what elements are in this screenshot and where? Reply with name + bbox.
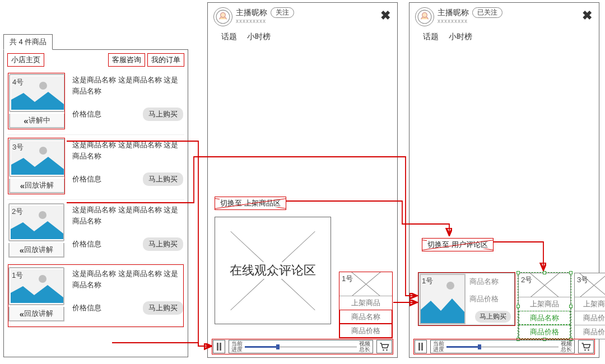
customer-service-button[interactable]: 客服咨询 <box>108 53 145 67</box>
buy-now-button[interactable]: 马上购买 <box>143 108 183 121</box>
product-price: 价格信息 <box>72 239 101 249</box>
live-room-panel-unfollowed: 主播昵称 关注 xxxxxxxxx ✖ 话题 小时榜 切换至 上架商品区 在线观… <box>207 2 398 358</box>
close-icon[interactable]: ✖ <box>380 8 390 23</box>
chevron-left-icon: « <box>20 245 22 255</box>
product-list: 4号 « 讲解中 这是商品名称 这是商品名称 这是商品名称 价格信息 马上 <box>4 68 188 328</box>
card-product-name: 商品名称 <box>469 277 511 287</box>
tab-hour-rank[interactable]: 小时榜 <box>247 32 271 41</box>
product-thumb: 2号 <box>11 206 63 239</box>
progress-bar[interactable]: 当前进度 视频总长 <box>430 340 575 353</box>
live-tabs: 话题 小时榜 <box>208 29 397 42</box>
product-thumb: 3号 <box>11 141 64 175</box>
card-product-price: 商品价 <box>575 325 605 339</box>
card-product-name: 商品名称 <box>339 310 392 324</box>
replay-badge: « 回放讲解 <box>9 179 65 193</box>
follow-button[interactable]: 关注 <box>271 7 294 18</box>
streamer-sub: xxxxxxxxx <box>438 18 502 24</box>
tab-topic[interactable]: 话题 <box>221 32 237 41</box>
shelf-product-card[interactable]: 1号 上架商品 商品名称 商品价格 <box>339 272 393 338</box>
player-bar: 当前进度 视频总长 <box>414 339 594 354</box>
svg-marker-3 <box>11 285 63 303</box>
product-count-tab: 共 4 件商品 <box>3 34 53 50</box>
svg-marker-1 <box>11 157 64 175</box>
my-orders-button[interactable]: 我的订单 <box>147 53 184 67</box>
svg-point-12 <box>588 349 589 351</box>
chevron-left-icon: « <box>20 181 22 190</box>
product-title: 这是商品名称 这是商品名称 这是商品名称 <box>72 204 183 226</box>
streamer-name: 主播昵称 <box>236 8 267 18</box>
streamer-avatar[interactable] <box>415 7 434 26</box>
product-number-tag: 2号 <box>12 207 23 217</box>
svg-point-6 <box>383 349 384 351</box>
card-product-name: 商品名称 <box>519 311 570 325</box>
shop-home-button[interactable]: 小店主页 <box>7 53 44 67</box>
svg-point-11 <box>584 349 585 351</box>
product-number-tag: 1号 <box>12 270 23 281</box>
tab-topic[interactable]: 话题 <box>423 32 439 41</box>
svg-point-5 <box>221 12 226 17</box>
product-list-panel: 共 4 件商品 小店主页 客服咨询 我的订单 4号 <box>3 49 188 357</box>
svg-point-9 <box>422 12 427 17</box>
svg-point-7 <box>386 349 387 351</box>
product-item[interactable]: 1号 « 回放讲解 这是商品名称 这是商品名称 这是商品名称 价格信息 马 <box>7 264 184 328</box>
pause-button[interactable] <box>213 340 225 353</box>
explain-status-badge: « 讲解中 <box>9 114 65 128</box>
card-product-price: 商品价格 <box>339 324 392 338</box>
buy-now-button[interactable]: 马上购买 <box>143 237 183 251</box>
switch-to-shelf-link[interactable]: 切换至 上架商品区 <box>215 197 286 210</box>
streamer-avatar[interactable] <box>213 7 232 26</box>
svg-marker-2 <box>11 221 63 239</box>
product-item[interactable]: 4号 « 讲解中 这是商品名称 这是商品名称 这是商品名称 价格信息 马上 <box>7 70 184 135</box>
streamer-sub: xxxxxxxxx <box>236 18 294 24</box>
product-number-tag: 3号 <box>12 142 24 152</box>
product-item[interactable]: 2号 « 回放讲解 这是商品名称 这是商品名称 这是商品名称 价格信息 马 <box>7 200 184 264</box>
streamer-name: 主播昵称 <box>438 8 469 18</box>
card-product-name: 商品价 <box>575 311 605 325</box>
product-number-tag: 4号 <box>12 77 24 87</box>
audience-comment-area: 在线观众评论区 <box>215 217 331 324</box>
product-title: 这是商品名称 这是商品名称 这是商品名称 <box>72 74 183 96</box>
shelf-product-card-overflow[interactable]: 3号 上架商 商品价 商品价 <box>574 273 605 339</box>
featured-product-card[interactable]: 1号 商品名称 商品价格 马上购买 <box>418 273 515 325</box>
pause-button[interactable] <box>415 340 427 353</box>
panel-a-topbar: 小店主页 客服咨询 我的订单 <box>4 50 188 68</box>
buy-now-button[interactable]: 马上购买 <box>475 311 511 323</box>
product-price: 价格信息 <box>72 174 101 184</box>
card-product-price: 商品价格 <box>469 294 511 304</box>
player-bar: 当前进度 视频总长 <box>212 339 393 354</box>
replay-badge: « 回放讲解 <box>8 307 64 321</box>
chevron-left-icon: « <box>20 309 22 319</box>
live-tabs: 话题 小时榜 <box>409 29 599 42</box>
product-title: 这是商品名称 这是商品名称 这是商品名称 <box>72 268 183 290</box>
shelf-product-card-selected[interactable]: 2号 上架商品 商品名称 商品价格 <box>518 273 571 339</box>
product-thumb: 4号 <box>11 76 64 110</box>
close-icon[interactable]: ✖ <box>582 8 592 23</box>
followed-button[interactable]: 已关注 <box>472 7 502 18</box>
chevron-left-icon: « <box>24 116 26 125</box>
product-item[interactable]: 3号 « 回放讲解 这是商品名称 这是商品名称 这是商品名称 价格信息 马 <box>7 135 184 200</box>
card-label: 上架商品 <box>339 296 392 310</box>
svg-marker-10 <box>421 298 464 323</box>
switch-to-comments-link[interactable]: 切换至 用户评论区 <box>422 238 494 251</box>
product-thumb: 1号 <box>11 269 63 303</box>
live-room-panel-followed: 主播昵称 已关注 xxxxxxxxx ✖ 话题 小时榜 切换至 用户评论区 1号… <box>409 2 599 358</box>
product-price: 价格信息 <box>72 303 101 313</box>
card-label: 上架商品 <box>519 297 570 311</box>
replay-badge: « 回放讲解 <box>8 243 64 258</box>
svg-marker-0 <box>11 92 64 110</box>
product-thumb: 1号 <box>420 274 466 324</box>
product-price: 价格信息 <box>72 109 101 119</box>
buy-now-button[interactable]: 马上购买 <box>143 301 183 315</box>
buy-now-button[interactable]: 马上购买 <box>143 172 183 186</box>
card-label: 上架商 <box>575 297 605 311</box>
cart-button[interactable] <box>376 340 392 353</box>
tab-hour-rank[interactable]: 小时榜 <box>449 32 472 41</box>
card-product-price: 商品价格 <box>519 325 570 339</box>
progress-bar[interactable]: 当前进度 视频总长 <box>229 340 373 353</box>
cart-button[interactable] <box>578 340 594 353</box>
product-title: 这是商品名称 这是商品名称 这是商品名称 <box>72 139 183 161</box>
